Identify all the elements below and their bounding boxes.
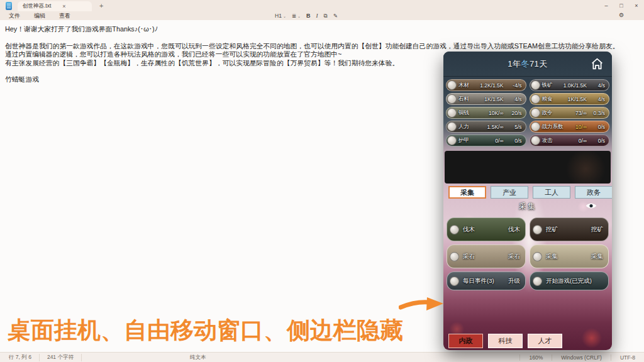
notepad-menubar: 文件 编辑 查看 H1⌄ ≣⌄ B I ⧉ ✎ ⚙	[0, 11, 644, 20]
document-type: 纯文本	[182, 354, 214, 361]
resource-pill[interactable]: 政令 73/∞ 0.3/s	[530, 107, 610, 119]
eye-icon[interactable]	[586, 202, 597, 210]
notepad-app-icon	[6, 2, 12, 10]
resource-value: 1.0K/1.5K	[564, 82, 587, 89]
resource-label: 铜钱	[458, 109, 469, 117]
close-button[interactable]: ×	[629, 3, 644, 9]
game-date: 1年冬71天	[508, 58, 548, 70]
menu-file[interactable]: 文件	[9, 12, 20, 20]
menu-edit[interactable]: 编辑	[34, 12, 45, 20]
maximize-button[interactable]: □	[614, 3, 629, 9]
resource-icon	[531, 80, 540, 90]
annotation-arrow-icon	[399, 295, 445, 314]
job-icon	[450, 277, 459, 286]
season-label: 冬	[521, 59, 530, 69]
resource-rate: 0/s	[590, 124, 605, 130]
home-icon[interactable]	[591, 57, 604, 70]
document-tab[interactable]: 创世神器.txt ×	[18, 1, 92, 11]
job-label: 挖矿	[546, 226, 558, 234]
job-action-label: 采石	[508, 253, 520, 261]
resource-value: 73/∞	[575, 110, 587, 116]
annotation-text: 桌面挂机、自由移动窗口、侧边栏隐藏	[8, 315, 403, 346]
job-label: 采石	[463, 253, 475, 261]
job-card[interactable]: 采石 采石	[447, 244, 526, 268]
job-card[interactable]: 每日事件(3) 升级	[447, 272, 526, 290]
document-line: 创世神器是我们的第一款游戏作品，在这款游戏中，您既可以玩到一些设定和风格完全不同…	[5, 42, 639, 50]
resource-pill[interactable]: 石料 1K/1.5K 4/s	[446, 93, 526, 105]
chevron-down-icon: ⌄	[283, 14, 286, 18]
resource-pill[interactable]: 战力系数 10/∞ 0/s	[530, 121, 610, 133]
resource-pill[interactable]: 护甲 0/∞ 0/s	[446, 134, 526, 146]
formatting-toolbar: H1⌄ ≣⌄ B I ⧉ ✎	[275, 11, 338, 20]
job-card[interactable]: 开始游戏(已完成)	[530, 272, 609, 290]
resource-value: 10K/∞	[489, 110, 504, 116]
rewrite-icon[interactable]: ✎	[333, 13, 338, 19]
resource-pill[interactable]: 铁矿 1.0K/1.5K 4/s	[530, 79, 610, 91]
event-banner[interactable]	[445, 151, 611, 184]
document-tab-title: 创世神器.txt	[23, 3, 51, 10]
italic-button[interactable]: I	[316, 13, 318, 19]
bottom-tabs: 内政 科技 人才	[448, 334, 562, 348]
game-panel-window[interactable]: 1年冬71天 木材 1.2K/1.5K -4/s 铁矿 1.0K/1.5K 4/…	[443, 52, 612, 350]
bold-button[interactable]: B	[306, 13, 311, 19]
category-tab[interactable]: 政务	[575, 186, 612, 199]
cursor-position: 行 7, 列 6	[0, 354, 40, 361]
resource-rate: 0/s	[507, 138, 522, 144]
bottom-tab[interactable]: 内政	[448, 334, 483, 348]
resource-pill[interactable]: 粮食 1K/1.5K 4/s	[530, 93, 610, 105]
resource-rate: 20/s	[507, 110, 522, 116]
character-count: 241 个字符	[40, 354, 82, 361]
document-line	[5, 33, 639, 41]
encoding[interactable]: UTF-8	[611, 354, 644, 361]
job-action-label: 升级	[508, 277, 520, 285]
link-icon[interactable]: ⧉	[324, 13, 328, 19]
category-tab[interactable]: 产业	[491, 186, 528, 199]
job-icon	[533, 252, 542, 261]
job-icon	[533, 277, 542, 286]
game-header: 1年冬71天	[443, 52, 612, 77]
resource-label: 木材	[458, 82, 469, 89]
new-tab-button[interactable]: +	[99, 2, 103, 9]
resource-value: 0/∞	[579, 138, 587, 144]
document-line: Hey！谢谢大家打开了我们游戏界面Thanks♪(･ω･)ﾉ	[5, 25, 639, 33]
bottom-tab[interactable]: 人才	[528, 334, 562, 348]
resource-label: 人力	[458, 123, 469, 131]
resource-label: 政令	[542, 109, 553, 117]
resource-value: 0/∞	[495, 138, 503, 144]
desktop-screen: 创世神器.txt × + – □ × 文件 编辑 查看 H1⌄ ≣⌄ B I ⧉…	[0, 0, 644, 362]
resource-pill[interactable]: 攻击 0/∞ 0/s	[530, 134, 610, 146]
resource-rate: 5/s	[507, 124, 522, 130]
job-icon	[450, 225, 459, 234]
resource-value: 1.2K/1.5K	[480, 82, 503, 89]
resource-label: 铁矿	[542, 82, 553, 89]
job-card[interactable]: 伐木 伐木	[447, 217, 526, 241]
resource-rate: 0/s	[590, 138, 605, 144]
resource-icon	[447, 136, 457, 145]
menu-view[interactable]: 查看	[59, 12, 70, 20]
job-list: 伐木 伐木 挖矿 挖矿 采石 采石 采集 采	[447, 217, 609, 290]
category-tab[interactable]: 工人	[533, 186, 570, 199]
resource-rate: -4/s	[507, 82, 522, 89]
resource-pill[interactable]: 人力 1.5K/∞ 5/s	[446, 121, 526, 133]
heading-dropdown[interactable]: H1⌄	[275, 13, 286, 19]
tab-close-icon[interactable]: ×	[62, 3, 65, 9]
chevron-down-icon: ⌄	[297, 14, 301, 18]
resource-pill[interactable]: 铜钱 10K/∞ 20/s	[446, 107, 526, 119]
line-ending[interactable]: Windows (CRLF)	[552, 354, 611, 361]
job-action-label: 挖矿	[591, 226, 603, 234]
resource-rate: 4/s	[590, 96, 605, 102]
resource-value: 1.5K/∞	[487, 124, 504, 130]
resource-pill[interactable]: 木材 1.2K/1.5K -4/s	[446, 79, 526, 91]
list-dropdown[interactable]: ≣⌄	[292, 13, 301, 19]
job-card[interactable]: 采集 采集	[530, 244, 609, 268]
section-title: 采集	[519, 201, 536, 212]
category-tab[interactable]: 采集	[448, 186, 486, 199]
category-tabs: 采集 产业 工人 政务	[448, 186, 612, 199]
bottom-tab[interactable]: 科技	[488, 334, 523, 348]
minimize-button[interactable]: –	[599, 3, 614, 9]
notepad-statusbar: 行 7, 列 6 241 个字符 纯文本 160% Windows (CRLF)…	[0, 352, 644, 362]
zoom-level[interactable]: 160%	[519, 354, 552, 361]
gear-icon[interactable]: ⚙	[619, 12, 624, 18]
job-card[interactable]: 挖矿 挖矿	[530, 217, 609, 241]
section-title-row: 采集	[443, 201, 612, 211]
